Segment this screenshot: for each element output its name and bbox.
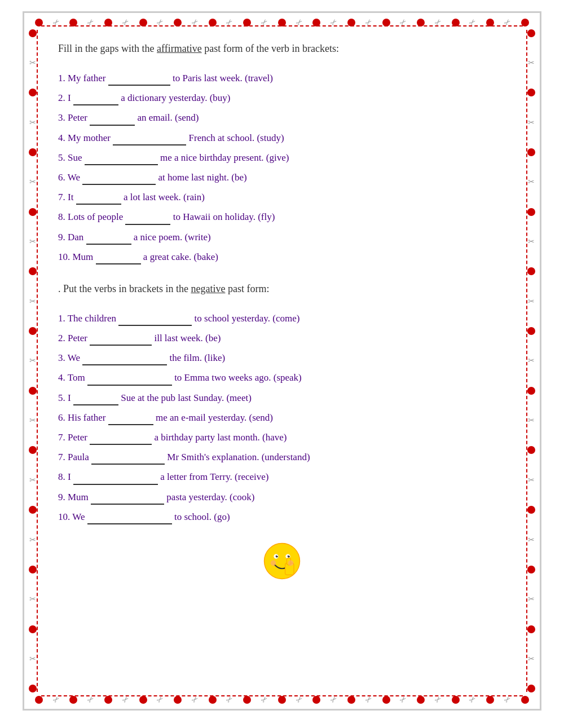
dash-line-left [37, 30, 38, 692]
worksheet-content: Fill in the gaps with the affirmative pa… [58, 30, 506, 583]
scissor-icon: ✂ [528, 475, 535, 485]
dots-left-col: ✂ ✂ ✂ ✂ ✂ ✂ ✂ ✂ ✂ ✂ ✂ [29, 13, 37, 709]
dot [29, 506, 37, 514]
dot [527, 566, 535, 573]
scissor-icon: ✂ [224, 16, 236, 28]
negative-underline: negative [191, 283, 225, 294]
dot [278, 696, 286, 704]
dot [104, 19, 112, 27]
scissor-icon: ✂ [85, 16, 97, 28]
scissor-icon: ✂ [293, 694, 305, 705]
scissor-icon: ✂ [433, 694, 444, 705]
scissor-icon: ✂ [502, 16, 514, 28]
dot [104, 696, 112, 704]
svg-point-0 [265, 543, 300, 579]
dot [29, 89, 37, 96]
blank-2-1 [118, 316, 192, 326]
scissor-icon: ✂ [120, 694, 132, 705]
dot [29, 625, 37, 633]
scissor-icon: ✂ [29, 535, 36, 545]
blank-2-3 [82, 355, 167, 365]
dot [243, 19, 251, 27]
scissor-icon: ✂ [155, 16, 166, 28]
blank-2-4 [87, 376, 172, 386]
list-item: 3. Peter an email. (send) [58, 110, 506, 125]
dot [527, 267, 535, 275]
scissor-icon: ✂ [29, 58, 36, 68]
blank-1-8 [125, 215, 170, 225]
blank-2-6 [108, 415, 153, 425]
worksheet-page: ✂ ✂ ✂ ✂ ✂ ✂ ✂ ✂ ✂ ✂ ✂ ✂ ✂ ✂ [23, 11, 541, 711]
scissor-icon: ✂ [528, 535, 535, 545]
dot [35, 19, 43, 27]
scissor-icon: ✂ [224, 694, 236, 705]
list-item: 1. My father to Paris last week. (travel… [58, 70, 506, 86]
scissor-icon: ✂ [398, 16, 409, 28]
dot [521, 19, 529, 27]
blank-1-3 [90, 116, 135, 126]
scissor-icon: ✂ [502, 694, 514, 705]
svg-point-10 [288, 561, 294, 566]
dot [452, 696, 460, 704]
dot [209, 696, 217, 704]
list-item: 7. Paula Mr Smith's explanation. (unders… [58, 449, 506, 465]
blank-2-5 [73, 395, 118, 405]
dot [527, 208, 535, 216]
scissor-icon: ✂ [259, 16, 271, 28]
dots-right-col: ✂ ✂ ✂ ✂ ✂ ✂ ✂ ✂ ✂ ✂ ✂ [527, 13, 535, 709]
dot [69, 696, 77, 704]
thumbs-up-emoji [262, 541, 302, 581]
blank-1-5 [85, 155, 158, 165]
list-item: 7. Peter a birthday party last month. (h… [58, 430, 506, 445]
dot [29, 566, 37, 573]
dot [174, 696, 182, 704]
dot [527, 685, 535, 692]
dot [417, 696, 425, 704]
blank-1-4 [113, 135, 186, 145]
svg-point-9 [271, 561, 276, 566]
blank-2-8 [73, 475, 158, 485]
dot [139, 696, 147, 704]
list-item: 5. Sue me a nice birthday present. (give… [58, 150, 506, 165]
scissor-icon: ✂ [29, 118, 36, 127]
dot [29, 208, 37, 216]
blank-2-2 [90, 336, 152, 346]
dot [29, 148, 37, 156]
scissor-icon: ✂ [29, 654, 36, 664]
dot [417, 19, 425, 27]
list-item: 10. We to school. (go) [58, 509, 506, 524]
dash-line-bottom [41, 695, 523, 696]
dash-line-top [41, 25, 523, 27]
dot [527, 625, 535, 633]
list-item: 2. Peter ill last week. (be) [58, 330, 506, 346]
scissor-icon: ✂ [528, 177, 535, 187]
scissor-icon: ✂ [29, 416, 36, 425]
scissor-icon: ✂ [29, 594, 36, 604]
scissor-icon: ✂ [120, 16, 132, 28]
blank-2-9 [91, 495, 164, 505]
dot [139, 19, 147, 27]
dot [312, 19, 320, 27]
section2-instruction: . Put the verbs in brackets in the negat… [58, 281, 506, 297]
blank-2-7 [90, 435, 152, 445]
list-item: 7. It a lot last week. (rain) [58, 189, 506, 205]
dot [278, 19, 286, 27]
dot [527, 29, 535, 37]
scissor-icon: ✂ [467, 16, 479, 28]
dot [29, 267, 37, 275]
blank-1-9 [86, 235, 131, 245]
list-item: 10. Mum a great cake. (bake) [58, 249, 506, 264]
scissor-icon: ✂ [363, 16, 374, 28]
dot [29, 446, 37, 454]
scissor-icon: ✂ [328, 694, 340, 705]
scissor-icon: ✂ [528, 237, 535, 246]
dot [29, 685, 37, 692]
dot [527, 446, 535, 454]
list-item: 5. I Sue at the pub last Sunday. (meet) [58, 390, 506, 405]
scissor-icon: ✂ [528, 356, 535, 365]
list-item: 4. My mother French at school. (study) [58, 130, 506, 145]
scissor-icon: ✂ [433, 16, 444, 28]
blank-1-6 [82, 175, 156, 185]
scissor-icon: ✂ [293, 16, 305, 28]
scissor-icon: ✂ [328, 16, 340, 28]
